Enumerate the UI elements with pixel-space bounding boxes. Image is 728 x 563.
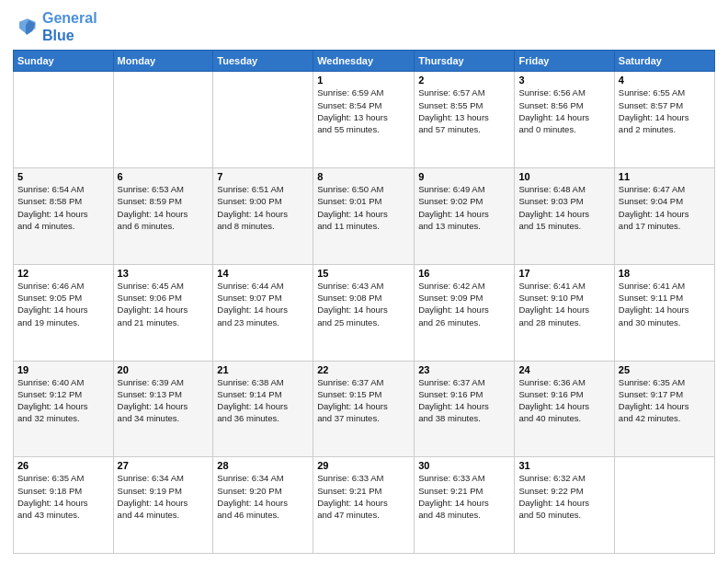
header-day: Saturday bbox=[614, 51, 714, 72]
calendar-cell: 10Sunrise: 6:48 AM Sunset: 9:03 PM Dayli… bbox=[515, 168, 614, 265]
day-number: 5 bbox=[17, 171, 109, 182]
day-number: 23 bbox=[418, 364, 510, 375]
header-day: Sunday bbox=[14, 51, 114, 72]
day-number: 31 bbox=[518, 460, 609, 471]
calendar-cell: 31Sunrise: 6:32 AM Sunset: 9:22 PM Dayli… bbox=[515, 457, 614, 554]
day-number: 17 bbox=[518, 268, 609, 279]
day-info: Sunrise: 6:33 AM Sunset: 9:21 PM Dayligh… bbox=[418, 472, 510, 521]
day-number: 22 bbox=[317, 364, 410, 375]
header-row: SundayMondayTuesdayWednesdayThursdayFrid… bbox=[14, 51, 715, 72]
day-info: Sunrise: 6:35 AM Sunset: 9:17 PM Dayligh… bbox=[619, 376, 711, 425]
day-info: Sunrise: 6:39 AM Sunset: 9:13 PM Dayligh… bbox=[118, 376, 210, 425]
day-info: Sunrise: 6:49 AM Sunset: 9:02 PM Dayligh… bbox=[418, 183, 510, 232]
calendar-table: SundayMondayTuesdayWednesdayThursdayFrid… bbox=[13, 50, 715, 554]
day-info: Sunrise: 6:32 AM Sunset: 9:22 PM Dayligh… bbox=[518, 472, 609, 521]
day-info: Sunrise: 6:41 AM Sunset: 9:10 PM Dayligh… bbox=[518, 280, 609, 328]
day-info: Sunrise: 6:34 AM Sunset: 9:20 PM Dayligh… bbox=[217, 472, 309, 521]
header-day: Friday bbox=[515, 51, 614, 72]
day-number: 19 bbox=[17, 364, 109, 375]
header-day: Thursday bbox=[415, 51, 515, 72]
day-info: Sunrise: 6:45 AM Sunset: 9:06 PM Dayligh… bbox=[118, 280, 210, 328]
day-info: Sunrise: 6:57 AM Sunset: 8:55 PM Dayligh… bbox=[418, 86, 510, 135]
day-number: 7 bbox=[217, 171, 309, 182]
day-number: 15 bbox=[317, 268, 410, 279]
calendar-cell: 20Sunrise: 6:39 AM Sunset: 9:13 PM Dayli… bbox=[113, 361, 213, 457]
header-day: Tuesday bbox=[213, 51, 313, 72]
day-number: 14 bbox=[217, 268, 309, 279]
day-number: 4 bbox=[619, 75, 711, 86]
calendar-cell: 8Sunrise: 6:50 AM Sunset: 9:01 PM Daylig… bbox=[313, 168, 415, 265]
calendar-cell: 9Sunrise: 6:49 AM Sunset: 9:02 PM Daylig… bbox=[415, 168, 515, 265]
day-number: 3 bbox=[518, 75, 609, 86]
calendar-cell: 2Sunrise: 6:57 AM Sunset: 8:55 PM Daylig… bbox=[415, 72, 515, 168]
day-info: Sunrise: 6:37 AM Sunset: 9:16 PM Dayligh… bbox=[418, 376, 510, 425]
calendar-row: 19Sunrise: 6:40 AM Sunset: 9:12 PM Dayli… bbox=[14, 361, 715, 457]
day-info: Sunrise: 6:41 AM Sunset: 9:11 PM Dayligh… bbox=[619, 280, 711, 328]
day-info: Sunrise: 6:37 AM Sunset: 9:15 PM Dayligh… bbox=[317, 376, 410, 425]
day-info: Sunrise: 6:35 AM Sunset: 9:18 PM Dayligh… bbox=[17, 472, 109, 521]
day-number: 10 bbox=[518, 171, 609, 182]
day-number: 1 bbox=[317, 75, 410, 86]
day-info: Sunrise: 6:48 AM Sunset: 9:03 PM Dayligh… bbox=[518, 183, 609, 232]
day-info: Sunrise: 6:53 AM Sunset: 8:59 PM Dayligh… bbox=[118, 183, 210, 232]
calendar-row: 5Sunrise: 6:54 AM Sunset: 8:58 PM Daylig… bbox=[14, 168, 715, 265]
calendar-cell: 13Sunrise: 6:45 AM Sunset: 9:06 PM Dayli… bbox=[113, 264, 213, 361]
calendar-cell: 26Sunrise: 6:35 AM Sunset: 9:18 PM Dayli… bbox=[14, 457, 114, 554]
calendar-cell: 11Sunrise: 6:47 AM Sunset: 9:04 PM Dayli… bbox=[614, 168, 714, 265]
day-number: 24 bbox=[518, 364, 609, 375]
calendar-cell: 14Sunrise: 6:44 AM Sunset: 9:07 PM Dayli… bbox=[213, 264, 313, 361]
day-number: 18 bbox=[619, 268, 711, 279]
calendar-cell: 3Sunrise: 6:56 AM Sunset: 8:56 PM Daylig… bbox=[515, 72, 614, 168]
day-number: 13 bbox=[118, 268, 210, 279]
header: General Blue bbox=[13, 9, 715, 44]
day-number: 11 bbox=[619, 171, 711, 182]
calendar-row: 12Sunrise: 6:46 AM Sunset: 9:05 PM Dayli… bbox=[14, 264, 715, 361]
calendar-cell: 1Sunrise: 6:59 AM Sunset: 8:54 PM Daylig… bbox=[313, 72, 415, 168]
calendar-cell: 7Sunrise: 6:51 AM Sunset: 9:00 PM Daylig… bbox=[213, 168, 313, 265]
calendar-cell: 27Sunrise: 6:34 AM Sunset: 9:19 PM Dayli… bbox=[113, 457, 213, 554]
day-number: 30 bbox=[418, 460, 510, 471]
calendar-cell: 16Sunrise: 6:42 AM Sunset: 9:09 PM Dayli… bbox=[415, 264, 515, 361]
day-number: 29 bbox=[317, 460, 410, 471]
day-info: Sunrise: 6:56 AM Sunset: 8:56 PM Dayligh… bbox=[518, 86, 609, 135]
calendar-cell: 15Sunrise: 6:43 AM Sunset: 9:08 PM Dayli… bbox=[313, 264, 415, 361]
day-number: 27 bbox=[118, 460, 210, 471]
day-info: Sunrise: 6:40 AM Sunset: 9:12 PM Dayligh… bbox=[17, 376, 109, 425]
calendar-cell: 17Sunrise: 6:41 AM Sunset: 9:10 PM Dayli… bbox=[515, 264, 614, 361]
calendar-cell: 4Sunrise: 6:55 AM Sunset: 8:57 PM Daylig… bbox=[614, 72, 714, 168]
calendar-cell bbox=[213, 72, 313, 168]
calendar-cell: 6Sunrise: 6:53 AM Sunset: 8:59 PM Daylig… bbox=[113, 168, 213, 265]
calendar-cell: 18Sunrise: 6:41 AM Sunset: 9:11 PM Dayli… bbox=[614, 264, 714, 361]
day-number: 21 bbox=[217, 364, 309, 375]
day-info: Sunrise: 6:54 AM Sunset: 8:58 PM Dayligh… bbox=[17, 183, 109, 232]
logo-text: General Blue bbox=[42, 9, 97, 44]
day-number: 6 bbox=[118, 171, 210, 182]
day-info: Sunrise: 6:36 AM Sunset: 9:16 PM Dayligh… bbox=[518, 376, 609, 425]
day-number: 28 bbox=[217, 460, 309, 471]
day-number: 8 bbox=[317, 171, 410, 182]
calendar-header: SundayMondayTuesdayWednesdayThursdayFrid… bbox=[14, 51, 715, 72]
page: General Blue SundayMondayTuesdayWednesda… bbox=[0, 0, 728, 563]
day-number: 25 bbox=[619, 364, 711, 375]
day-info: Sunrise: 6:59 AM Sunset: 8:54 PM Dayligh… bbox=[317, 86, 410, 135]
calendar-row: 1Sunrise: 6:59 AM Sunset: 8:54 PM Daylig… bbox=[14, 72, 715, 168]
header-day: Wednesday bbox=[313, 51, 415, 72]
day-info: Sunrise: 6:42 AM Sunset: 9:09 PM Dayligh… bbox=[418, 280, 510, 328]
day-number: 12 bbox=[17, 268, 109, 279]
day-info: Sunrise: 6:34 AM Sunset: 9:19 PM Dayligh… bbox=[118, 472, 210, 521]
day-info: Sunrise: 6:47 AM Sunset: 9:04 PM Dayligh… bbox=[619, 183, 711, 232]
day-info: Sunrise: 6:55 AM Sunset: 8:57 PM Dayligh… bbox=[619, 86, 711, 135]
day-info: Sunrise: 6:38 AM Sunset: 9:14 PM Dayligh… bbox=[217, 376, 309, 425]
logo-icon bbox=[13, 14, 39, 40]
calendar-cell: 23Sunrise: 6:37 AM Sunset: 9:16 PM Dayli… bbox=[415, 361, 515, 457]
calendar-cell: 24Sunrise: 6:36 AM Sunset: 9:16 PM Dayli… bbox=[515, 361, 614, 457]
calendar-cell bbox=[14, 72, 114, 168]
calendar-cell: 30Sunrise: 6:33 AM Sunset: 9:21 PM Dayli… bbox=[415, 457, 515, 554]
day-number: 20 bbox=[118, 364, 210, 375]
day-info: Sunrise: 6:44 AM Sunset: 9:07 PM Dayligh… bbox=[217, 280, 309, 328]
day-info: Sunrise: 6:43 AM Sunset: 9:08 PM Dayligh… bbox=[317, 280, 410, 328]
calendar-body: 1Sunrise: 6:59 AM Sunset: 8:54 PM Daylig… bbox=[14, 72, 715, 554]
calendar-cell bbox=[113, 72, 213, 168]
calendar-cell: 28Sunrise: 6:34 AM Sunset: 9:20 PM Dayli… bbox=[213, 457, 313, 554]
calendar-row: 26Sunrise: 6:35 AM Sunset: 9:18 PM Dayli… bbox=[14, 457, 715, 554]
